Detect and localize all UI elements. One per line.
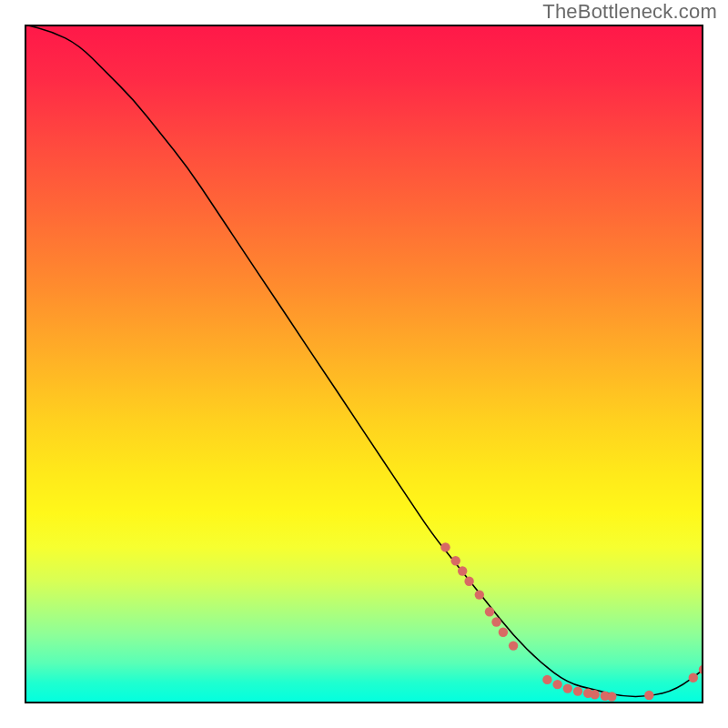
curve-marker [573, 686, 582, 695]
curve-marker [644, 691, 653, 700]
watermark-text: TheBottleneck.com [542, 0, 717, 24]
curve-marker [552, 680, 561, 689]
bottleneck-curve-line [25, 25, 703, 697]
curve-marker [491, 617, 500, 626]
curve-marker [464, 577, 473, 586]
curve-marker [509, 641, 518, 650]
curve-marker [590, 690, 599, 699]
curve-marker [563, 683, 572, 693]
curve-marker [607, 692, 616, 701]
chart-container: TheBottleneck.com [0, 0, 728, 728]
curve-marker [485, 607, 494, 616]
curve-marker [451, 556, 460, 565]
curve-marker [542, 675, 551, 684]
curve-marker [475, 590, 484, 599]
curve-marker [458, 566, 467, 575]
curve-marker [440, 542, 450, 551]
curve-markers [440, 542, 703, 702]
curve-marker [689, 673, 698, 682]
curve-marker [499, 628, 508, 637]
plot-area [25, 25, 703, 703]
curve-svg [25, 25, 703, 703]
